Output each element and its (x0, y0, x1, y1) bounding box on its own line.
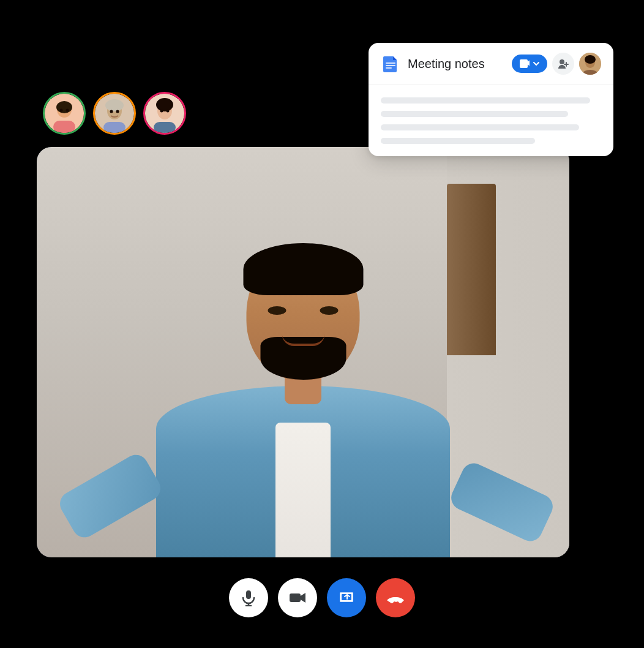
person-hair (243, 243, 363, 295)
participant-2-svg (95, 94, 134, 133)
participants-bar (43, 92, 186, 135)
svg-point-4 (60, 109, 63, 112)
present-button[interactable] (327, 578, 366, 617)
svg-rect-8 (103, 122, 125, 133)
scene: Meeting notes (0, 0, 644, 648)
participant-1-svg (45, 94, 84, 133)
video-call-button[interactable] (512, 55, 547, 73)
hangup-icon (386, 588, 405, 608)
svg-point-16 (160, 110, 163, 113)
chevron-down-icon (533, 60, 540, 67)
camera-icon (289, 589, 306, 606)
svg-point-22 (560, 59, 564, 64)
participant-avatar-3[interactable] (143, 92, 186, 135)
participant-avatar-2[interactable] (93, 92, 136, 135)
svg-rect-2 (53, 121, 75, 133)
hangup-button[interactable] (376, 578, 415, 617)
svg-rect-29 (246, 590, 251, 599)
svg-point-9 (105, 99, 124, 111)
add-person-icon (557, 58, 569, 70)
participant-face-3 (145, 94, 184, 133)
svg-point-28 (585, 55, 596, 64)
svg-point-15 (156, 98, 173, 111)
svg-point-10 (110, 110, 113, 113)
panel-actions (512, 53, 601, 75)
user-avatar-svg (579, 53, 601, 75)
person-left-eye (268, 306, 286, 315)
participant-face-1 (45, 94, 84, 133)
svg-point-11 (116, 110, 119, 113)
content-line-2 (381, 111, 568, 117)
content-line-3 (381, 124, 579, 130)
svg-point-5 (66, 109, 69, 112)
person-inner-shirt (275, 423, 331, 557)
panel-content (369, 85, 613, 156)
svg-point-3 (56, 101, 72, 113)
mic-button[interactable] (229, 578, 268, 617)
person-head (247, 248, 360, 380)
user-avatar-button[interactable] (579, 53, 601, 75)
participant-3-svg (145, 94, 184, 133)
participant-face-2 (95, 94, 134, 133)
camera-button[interactable] (278, 578, 317, 617)
google-docs-icon (381, 54, 400, 73)
person-smile (282, 334, 324, 346)
present-icon (338, 589, 355, 606)
svg-rect-32 (290, 593, 301, 602)
meeting-notes-panel: Meeting notes (369, 43, 613, 156)
svg-point-17 (167, 110, 170, 113)
panel-title: Meeting notes (408, 57, 504, 71)
svg-rect-14 (154, 122, 176, 133)
video-call-icon (519, 58, 530, 69)
svg-rect-19 (386, 62, 395, 64)
control-bar (229, 578, 415, 617)
participant-avatar-1[interactable] (43, 92, 86, 135)
panel-header: Meeting notes (369, 43, 613, 85)
content-line-1 (381, 97, 590, 104)
content-line-4 (381, 138, 535, 144)
person-right-eye (320, 306, 339, 315)
svg-rect-20 (386, 65, 395, 66)
svg-rect-21 (386, 67, 392, 69)
mic-icon (240, 589, 257, 606)
add-person-button[interactable] (552, 53, 574, 75)
room-door (447, 184, 496, 355)
video-container (37, 147, 569, 557)
